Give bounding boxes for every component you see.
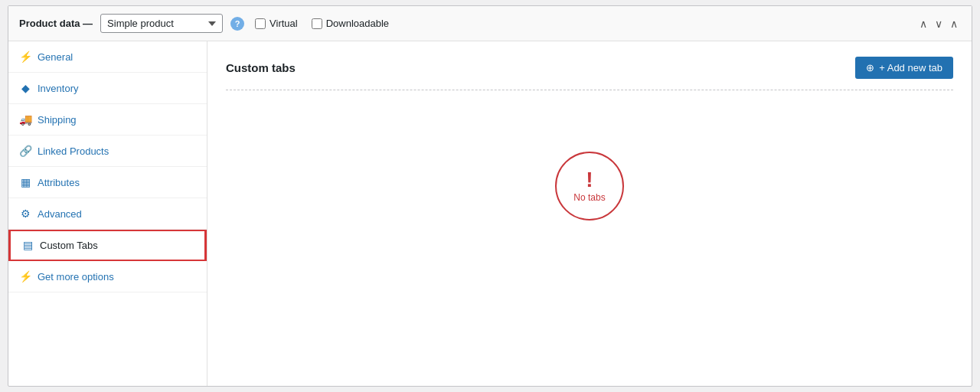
sidebar-item-advanced[interactable]: ⚙Advanced xyxy=(8,198,207,230)
help-icon[interactable]: ? xyxy=(230,17,244,31)
inventory-icon: ◆ xyxy=(19,82,31,94)
checkbox-group: Virtual Downloadable xyxy=(255,18,389,29)
general-icon: ⚡ xyxy=(19,51,31,63)
collapse-up-button[interactable]: ∧ xyxy=(916,17,930,31)
collapse-expand-button[interactable]: ∧ xyxy=(947,17,961,31)
add-new-tab-button[interactable]: ⊕ + Add new tab xyxy=(855,57,953,79)
product-data-panel: Product data — Simple product ? Virtual … xyxy=(8,5,972,387)
sidebar-item-get-more-options[interactable]: ⚡Get more options xyxy=(8,261,207,292)
sidebar-item-linked-products[interactable]: 🔗Linked Products xyxy=(8,136,207,167)
product-type-select[interactable]: Simple product xyxy=(100,14,223,33)
main-content: Custom tabs ⊕ + Add new tab ! No tabs xyxy=(207,41,972,386)
panel-header-label: Product data — xyxy=(19,18,93,29)
downloadable-label: Downloadable xyxy=(326,18,389,29)
sidebar-item-shipping[interactable]: 🚚Shipping xyxy=(8,104,207,136)
sidebar-item-label-get-more-options: Get more options xyxy=(38,271,114,283)
shipping-icon: 🚚 xyxy=(19,113,31,126)
sidebar-item-custom-tabs[interactable]: ▤Custom Tabs xyxy=(8,230,207,261)
virtual-checkbox[interactable] xyxy=(255,18,266,29)
collapse-down-button[interactable]: ∨ xyxy=(932,17,946,31)
sidebar-item-label-advanced: Advanced xyxy=(38,208,82,220)
virtual-checkbox-item[interactable]: Virtual xyxy=(255,18,298,29)
no-tabs-circle: ! No tabs xyxy=(555,152,624,220)
sidebar-item-label-shipping: Shipping xyxy=(38,114,77,126)
downloadable-checkbox[interactable] xyxy=(312,18,322,29)
no-tabs-text: No tabs xyxy=(573,192,605,203)
sidebar-item-attributes[interactable]: ▦Attributes xyxy=(8,167,207,198)
no-tabs-container: ! No tabs xyxy=(226,106,953,266)
sidebar-item-general[interactable]: ⚡General xyxy=(8,41,207,73)
virtual-label: Virtual xyxy=(270,18,298,29)
advanced-icon: ⚙ xyxy=(19,207,31,220)
content-title: Custom tabs xyxy=(226,61,296,74)
add-icon: ⊕ xyxy=(866,62,874,74)
content-header: Custom tabs ⊕ + Add new tab xyxy=(226,57,953,90)
sidebar-item-label-custom-tabs: Custom Tabs xyxy=(40,240,98,251)
panel-header: Product data — Simple product ? Virtual … xyxy=(8,6,972,41)
sidebar-item-label-attributes: Attributes xyxy=(38,177,80,188)
sidebar-item-inventory[interactable]: ◆Inventory xyxy=(8,73,207,104)
get-more-options-icon: ⚡ xyxy=(19,270,31,283)
sidebar-item-label-inventory: Inventory xyxy=(38,83,78,94)
sidebar: ⚡General◆Inventory🚚Shipping🔗Linked Produ… xyxy=(8,41,207,386)
panel-body: ⚡General◆Inventory🚚Shipping🔗Linked Produ… xyxy=(8,41,972,386)
attributes-icon: ▦ xyxy=(19,176,31,188)
sidebar-item-label-linked-products: Linked Products xyxy=(38,145,109,157)
custom-tabs-icon: ▤ xyxy=(21,239,34,251)
sidebar-item-label-general: General xyxy=(38,51,73,63)
no-tabs-exclamation: ! xyxy=(586,169,593,191)
linked-products-icon: 🔗 xyxy=(19,145,31,157)
add-new-tab-label: + Add new tab xyxy=(879,62,942,74)
collapse-buttons: ∧ ∨ ∧ xyxy=(916,17,961,31)
downloadable-checkbox-item[interactable]: Downloadable xyxy=(312,18,389,29)
